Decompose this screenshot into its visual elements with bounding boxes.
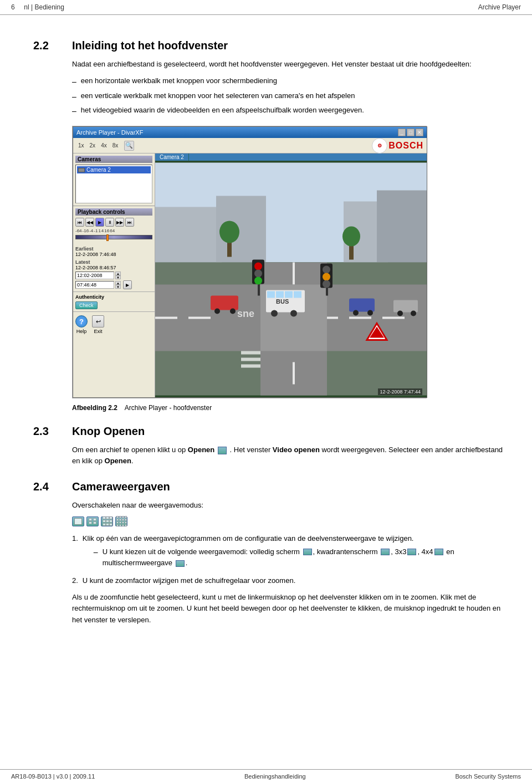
bosch-logo: ⚙ BOSCH [372,138,423,153]
svg-rect-16 [382,317,405,319]
svg-point-27 [254,277,262,285]
section-2-3-text2: . Het venster [230,446,273,454]
single-view-button[interactable] [72,516,84,526]
go-button[interactable]: ▶ [123,280,132,289]
bosch-logo-icon: ⚙ [372,138,387,153]
minimize-button[interactable]: _ [398,129,406,136]
bullet-text-3: het videogebied waarin de videobeelden e… [81,105,364,117]
prev-frame-button[interactable]: ⏮ [75,218,84,227]
step1-text: Klik op één van de weergavepictogrammen … [83,534,414,543]
time-spin-down[interactable]: ▼ [115,285,121,289]
page-header: 6 nl | Bediening Archive Player [0,0,532,15]
3x3-view-button[interactable] [101,516,113,526]
cell-b3 [122,519,124,521]
quad-cell-3 [89,521,92,524]
timeline-thumb[interactable] [106,234,109,241]
help-icon: ? [75,315,88,327]
cameras-label: Cameras [75,156,152,163]
help-button[interactable]: ? Help [75,315,88,334]
speed-label-n1: -1 [94,228,98,233]
bosch-logo-text: BOSCH [388,141,423,151]
svg-rect-17 [293,263,295,285]
next-frame-button[interactable]: ⏭ [125,218,134,227]
date-spin-up[interactable]: ▲ [115,272,121,275]
section-2-4-header: 2.4 Cameraweergaven [33,480,504,493]
exit-button[interactable]: ↩ Exit [92,315,104,334]
help-exit-row: ? Help ↩ Exit [73,312,155,337]
speed-4x[interactable]: 4x [99,142,109,149]
time-input[interactable]: 07:46:48 [75,281,114,289]
quad-view-icon [89,518,97,524]
rewind-button[interactable]: ◀◀ [85,218,94,227]
page-breadcrumb: 6 nl | Bediening [11,3,64,11]
date-input[interactable]: 12:02-2008 [75,272,114,279]
section-2-4-intro: Overschakelen naar de weergavemodus: [72,500,504,511]
date-spin-down[interactable]: ▼ [115,275,121,279]
maximize-button[interactable]: □ [407,129,415,136]
speed-2x[interactable]: 2x [88,142,98,149]
open-label2-text: Openen [105,457,131,465]
section-2-2-title: Inleiding tot het hoofdvenster [72,39,228,52]
svg-point-31 [323,273,330,281]
camera-tab[interactable]: Camera 2 [155,153,189,161]
sub-text-1: U kunt kiezen uit de volgende weergavemo… [103,546,504,569]
app-titlebar: Archive Player - DivarXF _ □ ✕ [73,127,427,138]
speed-controls: 1x 2x 4x 8x [76,142,120,149]
svg-rect-12 [155,317,177,319]
titlebar-buttons[interactable]: _ □ ✕ [398,129,423,136]
camera-item-1[interactable]: Camera 2 [77,166,151,173]
intro-text: Nadat een archiefbestand is geselecteerd… [72,60,472,68]
footer-right: Bosch Security Systems [455,773,521,780]
svg-rect-46 [349,299,375,312]
quad-cell-1 [89,518,92,521]
cell-a1 [116,516,119,518]
camera-view-icons [72,516,504,526]
quad-view-button[interactable] [86,516,99,526]
num-2: 2. [72,575,78,586]
camera-list[interactable]: Camera 2 [75,165,152,203]
play-button[interactable]: ▶ [95,218,104,227]
forward-button[interactable]: ▶▶ [115,218,124,227]
svg-text:BUS: BUS [276,298,289,305]
step2-text: U kunt de zoomfactor wijzigen met de sch… [83,575,295,586]
playback-timeline[interactable] [75,235,152,239]
search-icon[interactable]: 🔍 [124,141,134,151]
latest-label: Latest [75,259,152,265]
svg-rect-38 [285,291,293,298]
cell-a4 [125,516,127,518]
bullet-dash-2: – [72,90,76,103]
date-spinner[interactable]: ▲ ▼ [115,272,121,279]
time-spinner[interactable]: ▲ ▼ [115,281,121,289]
cell-b2 [119,519,121,521]
speed-label-n64: -64 [75,228,82,233]
svg-rect-43 [211,296,238,310]
close-button[interactable]: ✕ [416,129,423,136]
cell-a2 [119,516,121,518]
svg-point-51 [411,311,416,316]
item-1-content: Klik op één van de weergavepictogrammen … [83,533,504,571]
cell-d3 [122,524,124,526]
num-1: 1. [72,533,78,571]
help-label: Help [76,329,87,334]
pause-button[interactable]: ⏸ [105,218,114,227]
time-section: Earliest 12-2-2008 7:46:48 Latest 12-2-2… [73,244,155,292]
video-content: BUS sn [155,161,427,397]
speed-1x[interactable]: 1x [76,142,86,149]
exit-label: Exit [94,329,102,334]
check-button[interactable]: Check [75,301,98,309]
video-svg: BUS sn [155,161,427,397]
time-input-row: 07:46:48 ▲ ▼ ▶ [75,280,152,289]
cell-9 [109,523,112,526]
app-toolbar: 1x 2x 4x 8x 🔍 ⚙ BOSCH [73,138,427,153]
figure-caption: Afbeelding 2.2 Archive Player - hoofdven… [72,404,504,412]
section-2-2-intro: Nadat een archiefbestand is geselecteerd… [72,59,504,70]
speed-8x[interactable]: 8x [111,142,120,149]
section-2-3-num: 2.3 [33,425,55,438]
open-label-text: Openen [188,446,214,454]
svg-rect-4 [377,191,427,263]
svg-rect-18 [293,362,295,385]
svg-rect-21 [241,358,260,361]
para2-text: Als u de zoomfunctie hebt geselecteerd, … [72,593,500,623]
time-spin-up[interactable]: ▲ [115,281,121,285]
4x4-view-button[interactable] [115,516,127,526]
